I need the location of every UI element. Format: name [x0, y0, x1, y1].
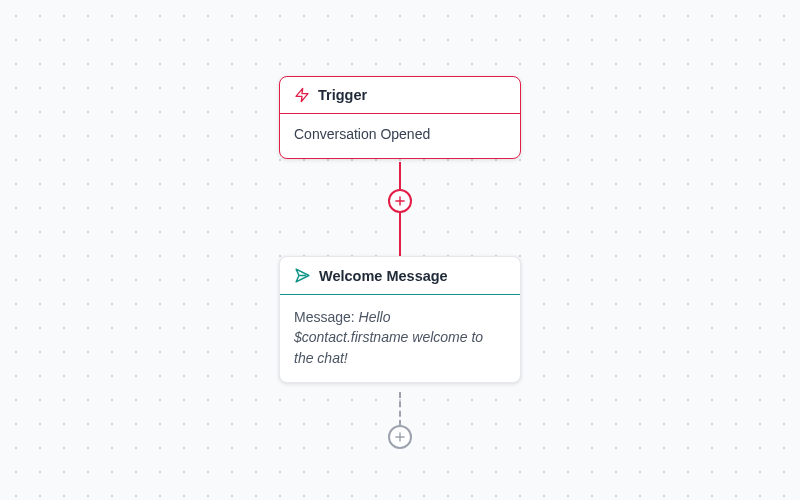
node-body: Conversation Opened	[280, 114, 520, 158]
add-step-button[interactable]	[388, 425, 412, 449]
connector-line-dashed	[399, 392, 401, 426]
connector-line	[399, 211, 401, 256]
trigger-node[interactable]: Trigger Conversation Opened	[279, 76, 521, 159]
flow-canvas[interactable]: Trigger Conversation Opened Welcome Mess…	[0, 0, 800, 500]
node-title: Welcome Message	[319, 268, 448, 284]
node-header: Welcome Message	[280, 257, 520, 295]
node-title: Trigger	[318, 87, 367, 103]
svg-marker-0	[296, 88, 308, 101]
message-label: Message:	[294, 309, 359, 325]
welcome-message-node[interactable]: Welcome Message Message: Hello $contact.…	[279, 256, 521, 383]
add-step-button[interactable]	[388, 189, 412, 213]
node-body: Message: Hello $contact.firstname welcom…	[280, 295, 520, 382]
connector-line	[399, 162, 401, 190]
lightning-icon	[294, 87, 310, 103]
send-icon	[294, 267, 311, 284]
node-header: Trigger	[280, 77, 520, 114]
